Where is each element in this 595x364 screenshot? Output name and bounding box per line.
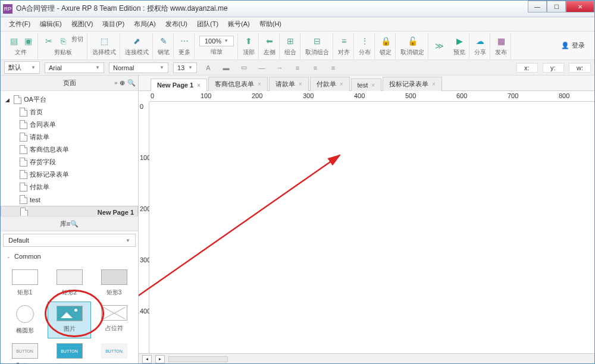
- align-c-button[interactable]: ≡: [309, 62, 322, 74]
- scroll-left-button[interactable]: ◂: [142, 355, 152, 363]
- weight-select[interactable]: Normal▼: [109, 62, 168, 73]
- library-select[interactable]: Default▼: [3, 234, 136, 247]
- color-button[interactable]: A: [202, 62, 215, 74]
- publish[interactable]: ▦发布: [491, 33, 511, 59]
- copy-icon: ⎘: [57, 35, 69, 47]
- font-select[interactable]: Arial▼: [45, 62, 104, 73]
- add-page-icon[interactable]: ▫: [115, 79, 117, 87]
- border-button[interactable]: ▭: [237, 62, 250, 74]
- close-icon[interactable]: ×: [258, 81, 261, 87]
- tree-item[interactable]: 投标记录表单: [1, 168, 138, 181]
- maximize-button[interactable]: ☐: [547, 1, 566, 12]
- zoom-select[interactable]: 100%▼: [199, 36, 234, 46]
- menu-layout[interactable]: 布局(A): [130, 18, 159, 30]
- tab[interactable]: test×: [351, 79, 382, 91]
- library-category[interactable]: ⌄Common: [1, 249, 138, 263]
- widget-rect1[interactable]: 矩形1: [3, 266, 46, 300]
- widget-ellipse[interactable]: 椭圆形: [3, 302, 46, 338]
- unlock[interactable]: 🔓取消锁定: [397, 33, 428, 59]
- expand[interactable]: ≫: [430, 33, 449, 59]
- zoom-group[interactable]: 100%▼缩放: [196, 33, 238, 59]
- page-icon: [20, 208, 28, 216]
- login-button[interactable]: 👤登录: [555, 39, 591, 52]
- distribute[interactable]: ⋮分布: [355, 33, 375, 59]
- tab[interactable]: 投标记录表单×: [383, 77, 442, 91]
- close-button[interactable]: ✕: [566, 1, 594, 12]
- pen-tool[interactable]: ✎钢笔: [154, 33, 174, 59]
- tree-item[interactable]: 合同表单: [1, 118, 138, 131]
- page-icon: [14, 95, 21, 104]
- group[interactable]: ⊞组合: [281, 33, 300, 59]
- coords: x: y: w:: [516, 63, 591, 73]
- connect-mode[interactable]: ⬈连接模式: [121, 33, 153, 59]
- close-icon[interactable]: ×: [340, 81, 343, 87]
- clipboard-group[interactable]: ✂⎘剪切 剪贴板: [39, 33, 87, 59]
- close-icon[interactable]: ×: [299, 81, 302, 87]
- left-icon: ⬅: [264, 35, 275, 47]
- align-left[interactable]: ⬅左侧: [260, 33, 280, 59]
- canvas[interactable]: [149, 102, 594, 353]
- select-mode[interactable]: ⬚选择模式: [89, 33, 120, 59]
- tree-item[interactable]: 首页: [1, 106, 138, 118]
- tree-item[interactable]: 请款单: [1, 131, 138, 143]
- tree-item[interactable]: 客商信息表单: [1, 143, 138, 156]
- fill-button[interactable]: ▬: [220, 62, 233, 74]
- line-button[interactable]: —: [255, 62, 268, 74]
- arrow-button[interactable]: →: [273, 62, 286, 74]
- size-select[interactable]: 13▼: [173, 62, 197, 73]
- tab[interactable]: 客商信息表单×: [208, 77, 268, 91]
- tab[interactable]: 付款单×: [310, 77, 350, 91]
- widget-rect3[interactable]: 矩形3: [92, 266, 136, 300]
- widget-rect2[interactable]: 矩形2: [48, 266, 91, 300]
- share[interactable]: ☁分享: [471, 33, 490, 59]
- page-icon: [20, 183, 27, 192]
- file-group[interactable]: ▤▣ 文件: [4, 33, 38, 59]
- style-select[interactable]: 默认▼: [4, 61, 40, 74]
- more-tools[interactable]: ⋯更多: [175, 33, 195, 59]
- page-icon: [20, 120, 27, 129]
- align-top[interactable]: ⬆顶部: [239, 33, 259, 59]
- menu-edit[interactable]: 编辑(E): [36, 18, 65, 30]
- menu-publish[interactable]: 发布(U): [162, 18, 191, 30]
- widget-placeholder[interactable]: 占位符: [92, 302, 136, 338]
- menu-help[interactable]: 帮助(H): [256, 18, 285, 30]
- lib-search-icon[interactable]: 🔍: [70, 220, 79, 227]
- align-l-button[interactable]: ≡: [291, 62, 304, 74]
- add-folder-icon[interactable]: ⊕: [120, 79, 125, 87]
- minimize-button[interactable]: —: [528, 1, 547, 12]
- align-r-button[interactable]: ≡: [327, 62, 340, 74]
- page-icon: [20, 145, 27, 154]
- halign-icon: ≡: [338, 35, 350, 47]
- tree-item[interactable]: 存货字段: [1, 156, 138, 168]
- tab-active[interactable]: New Page 1×: [151, 79, 207, 91]
- page-tabs: New Page 1× 客商信息表单× 请款单× 付款单× test× 投标记录…: [139, 76, 594, 91]
- search-icon[interactable]: 🔍: [127, 79, 136, 87]
- widget-primary-button[interactable]: BUTTON主要按钮: [48, 340, 91, 364]
- tab[interactable]: 请款单×: [269, 77, 309, 91]
- close-icon[interactable]: ×: [197, 82, 201, 89]
- widget-link-button[interactable]: BUTTON链接按钮: [92, 340, 136, 364]
- close-icon[interactable]: ×: [371, 82, 375, 89]
- preview[interactable]: ▶预览: [450, 33, 469, 59]
- widget-image[interactable]: 图片: [48, 302, 91, 338]
- menu-account[interactable]: 账号(A): [224, 18, 253, 30]
- tree-item[interactable]: 付款单: [1, 181, 138, 193]
- tree-item[interactable]: test: [1, 193, 138, 206]
- halign[interactable]: ≡对齐: [334, 33, 354, 59]
- menu-project[interactable]: 项目(P): [99, 18, 128, 30]
- scroll-right-button[interactable]: ▸: [155, 355, 165, 363]
- close-icon[interactable]: ×: [432, 81, 436, 87]
- tree-item-selected[interactable]: New Page 1: [1, 206, 138, 216]
- cut-icon: ✂: [43, 35, 55, 47]
- lock[interactable]: 🔒锁定: [376, 33, 396, 59]
- titlebar: RP OA合同管理 - Axure RP 8 Team Edition : 授权…: [1, 1, 594, 17]
- widget-button[interactable]: BUTTONButton: [3, 340, 46, 364]
- new-icon: ▤: [8, 35, 20, 47]
- menu-file[interactable]: 文件(F): [5, 18, 34, 30]
- menu-team[interactable]: 团队(T): [193, 18, 222, 30]
- menu-view[interactable]: 视图(V): [68, 18, 97, 30]
- tree-root[interactable]: ◢OA平台: [1, 93, 138, 106]
- scrollbar[interactable]: [168, 356, 228, 362]
- ungroup[interactable]: ⊟取消组合: [302, 33, 333, 59]
- page-tree: ◢OA平台 首页 合同表单 请款单 客商信息表单 存货字段 投标记录表单 付款单…: [1, 91, 138, 216]
